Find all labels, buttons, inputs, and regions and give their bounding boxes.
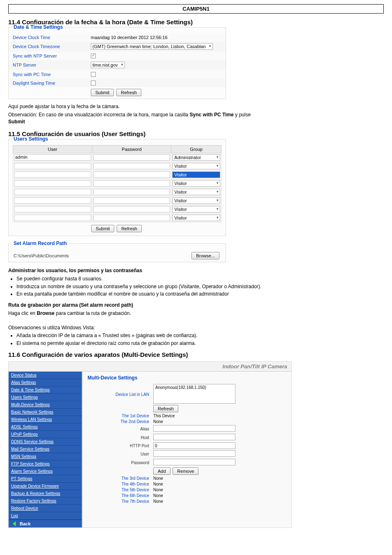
user-input-3[interactable] <box>14 171 91 178</box>
sidebar-item-ftp-service-settings[interactable]: FTP Service Settings <box>9 460 82 468</box>
group-select-2[interactable]: Visitor <box>172 163 220 169</box>
group-select-8[interactable]: Visitor <box>172 215 220 221</box>
sidebar-item-reboot-device[interactable]: Reboot Device <box>9 505 82 512</box>
multi-device-main: Multi-Device Settings Device List in LAN… <box>82 372 291 527</box>
sidebar-item-ddns-service-settings[interactable]: DDNS Service Settings <box>9 438 82 446</box>
user-input-6[interactable] <box>14 197 91 204</box>
section-11-4-title: 11.4 Configuración de la fecha & la hora… <box>8 18 384 25</box>
label-sync-ntp: Sync with NTP Server <box>13 53 91 58</box>
refresh-button[interactable]: Refresh <box>116 89 141 96</box>
sidebar-item-date-time-settings[interactable]: Date & Time Settings <box>9 386 82 394</box>
sidebar-item-users-settings[interactable]: Users Settings <box>9 394 82 401</box>
obs-bullets: Añada la dirección IP de la cámara a « T… <box>16 332 384 347</box>
user-input[interactable] <box>153 450 235 457</box>
user-input-8[interactable] <box>14 215 91 221</box>
sidebar-item-adsl-settings[interactable]: ADSL Settings <box>9 423 82 431</box>
group-select-3[interactable]: Visitor <box>172 171 220 178</box>
user-input-2[interactable] <box>14 163 91 169</box>
add-button[interactable]: Add <box>153 467 171 475</box>
password-input-5[interactable] <box>93 189 171 195</box>
label-host: Host <box>88 435 153 440</box>
password-input-6[interactable] <box>93 197 171 204</box>
http-port-input[interactable]: 0 <box>153 442 235 449</box>
password-input[interactable] <box>153 459 235 465</box>
password-input-2[interactable] <box>93 163 171 169</box>
date-time-button-row: Submit Refresh <box>9 87 226 99</box>
user-row-4: Visitor <box>13 179 221 188</box>
label-3rd-device[interactable]: The 3rd Device <box>121 476 149 481</box>
timezone-select[interactable]: (GMT) Greenwich mean time; London, Lisbo… <box>91 43 213 50</box>
user-row-5: Visitor <box>13 188 221 197</box>
sec114-note2a: Observación: En caso de una visualizació… <box>8 112 190 118</box>
sidebar-item-msn-settings[interactable]: MSN Settings <box>9 453 82 460</box>
lan-device-list[interactable]: Anonymous(192.168.1.150) <box>153 384 235 404</box>
sidebar-item-backup-restore-settings[interactable]: Backup & Restore Settings <box>9 490 82 497</box>
users-submit-button[interactable]: Submit <box>91 225 114 232</box>
user-input-7[interactable] <box>14 206 91 213</box>
alias-input[interactable] <box>153 425 235 432</box>
sync-ntp-checkbox[interactable] <box>91 53 96 58</box>
sidebar-item-upnp-settings[interactable]: UPnP Settings <box>9 431 82 438</box>
user-input-1[interactable]: admin <box>14 154 91 161</box>
group-select-5[interactable]: Visitor <box>172 189 220 195</box>
sidebar-item-restore-factory-settings[interactable]: Restore Factory Settings <box>9 497 82 505</box>
sidebar-item-upgrade-device-firmware[interactable]: Upgrade Device Firmware <box>9 483 82 490</box>
user-input-4[interactable] <box>14 180 91 187</box>
host-input[interactable] <box>153 434 235 440</box>
row-device-clock-timezone: Device Clock Timezone (GMT) Greenwich me… <box>9 42 226 51</box>
value-3rd-device: None <box>153 476 163 481</box>
label-password: Password <box>88 460 153 465</box>
sync-pc-checkbox[interactable] <box>91 72 96 77</box>
date-time-legend: Date & Time Settings <box>12 24 65 30</box>
password-input-1[interactable] <box>93 154 171 161</box>
sidebar-item-mail-service-settings[interactable]: Mail Service Settings <box>9 446 82 453</box>
row-sync-pc: Sync with PC Time <box>9 70 226 79</box>
label-sync-pc: Sync with PC Time <box>13 72 91 77</box>
record-path-value: C:\Users\Public\Documents <box>14 253 175 258</box>
ntp-server-select[interactable]: time.nist.gov <box>91 62 125 68</box>
users-legend: Users Settings <box>12 136 50 142</box>
label-2nd-device[interactable]: The 2nd Device <box>120 419 149 424</box>
sidebar-item-alias-settings[interactable]: Alias Settings <box>9 379 82 386</box>
dst-checkbox[interactable] <box>91 81 96 86</box>
group-select-7[interactable]: Visitor <box>172 206 220 213</box>
group-select-6[interactable]: Visitor <box>172 197 220 204</box>
password-input-4[interactable] <box>93 180 171 187</box>
label-5th-device[interactable]: The 5th Device <box>122 488 149 492</box>
label-6th-device[interactable]: The 6th Device <box>122 493 149 498</box>
label-4th-device[interactable]: The 4th Device <box>122 482 149 486</box>
multi-device-legend: Multi-Device Settings <box>88 375 286 381</box>
route-text: Haga clic en Browse para cambiar la ruta… <box>8 310 384 317</box>
route-text-c: para cambiar la ruta de grabación. <box>55 310 131 316</box>
sidebar-item-log[interactable]: Log <box>9 512 82 520</box>
admin-bullet-1: Se pueden configurar hasta 8 usuarios. <box>16 275 384 282</box>
user-row-6: Visitor <box>13 197 221 205</box>
password-input-3[interactable] <box>93 171 171 178</box>
obs-bullet-1: Añada la dirección IP de la cámara a « T… <box>16 332 384 339</box>
password-input-7[interactable] <box>93 206 171 213</box>
col-user: User <box>13 146 92 153</box>
route-text-a: Haga clic en <box>8 310 37 316</box>
settings-sidebar: Device Status Alias Settings Date & Time… <box>9 372 82 527</box>
label-alias: Alias <box>88 427 153 431</box>
label-7th-device[interactable]: The 7th Device <box>122 499 149 504</box>
obs-bullet-2: El sistema no permite ajustar el directo… <box>16 340 384 347</box>
sidebar-item-multi-device-settings[interactable]: Multi-Device Settings <box>9 401 82 409</box>
users-refresh-button[interactable]: Refresh <box>117 225 142 232</box>
submit-button[interactable]: Submit <box>91 89 114 96</box>
browse-button[interactable]: Browse... <box>191 252 219 259</box>
user-input-5[interactable] <box>14 189 91 195</box>
date-time-settings-panel: Date & Time Settings Device Clock Time m… <box>8 27 226 99</box>
remove-button[interactable]: Remove <box>173 467 198 475</box>
back-button[interactable]: Back <box>9 520 82 527</box>
sidebar-item-wireless-lan-settings[interactable]: Wireless LAN Settings <box>9 416 82 423</box>
sidebar-item-device-status[interactable]: Device Status <box>9 372 82 379</box>
group-select-1[interactable]: Administrator <box>172 154 220 161</box>
lan-refresh-button[interactable]: Refresh <box>153 405 178 412</box>
sidebar-item-pt-settings[interactable]: PT Settings <box>9 475 82 483</box>
password-input-8[interactable] <box>93 215 171 221</box>
sidebar-item-basic-network-settings[interactable]: Basic Network Settings <box>9 409 82 416</box>
group-select-4[interactable]: Visitor <box>172 180 220 187</box>
sidebar-item-alarm-service-settings[interactable]: Alarm Service Settings <box>9 468 82 475</box>
label-1st-device[interactable]: The 1st Device <box>122 414 149 418</box>
